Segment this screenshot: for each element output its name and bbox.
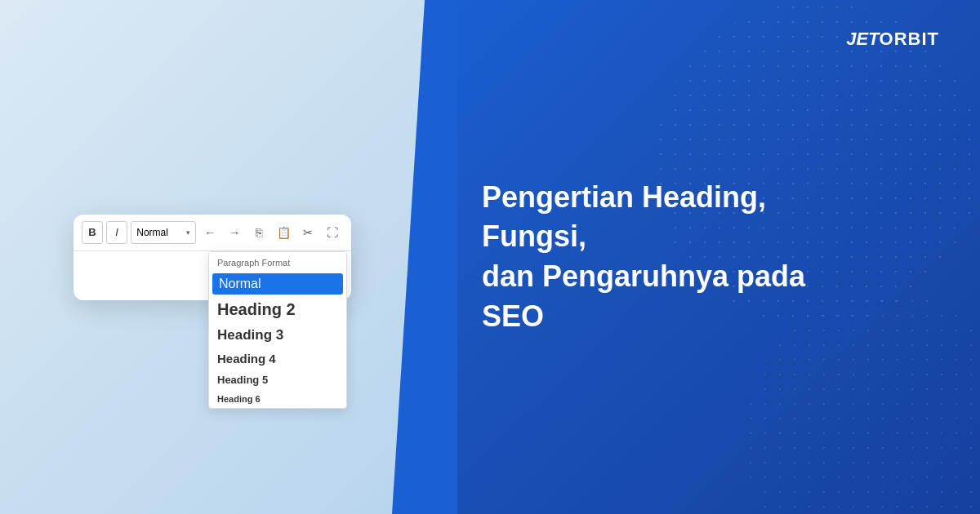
brand-logo: JETORBIT <box>846 29 939 50</box>
brand-name: JETORBIT <box>846 29 939 50</box>
cut-button[interactable]: ✂ <box>297 221 318 244</box>
brand-orbit: ORBIT <box>880 29 939 50</box>
right-heading: Pengertian Heading, Fungsi, dan Pengaruh… <box>482 178 874 336</box>
heading-line1: Pengertian Heading, Fungsi, <box>482 180 766 254</box>
format-select-value: Normal <box>136 227 168 238</box>
brand-jet: JET <box>846 29 879 50</box>
dropdown-label: Paragraph Format <box>209 252 346 272</box>
heading-line2: dan Pengaruhnya pada SEO <box>482 259 805 333</box>
paragraph-format-dropdown: Paragraph Format Normal Heading 2 Headin… <box>208 251 347 409</box>
dropdown-item-h4[interactable]: Heading 4 <box>209 348 346 370</box>
format-select[interactable]: Normal ▾ <box>131 221 196 244</box>
undo-button[interactable]: ← <box>199 221 220 244</box>
editor-toolbar: B I Normal ▾ ← → ⎘ 📋 ✂ ⛶ <box>74 215 351 251</box>
chevron-down-icon: ▾ <box>186 228 190 237</box>
dropdown-item-h2[interactable]: Heading 2 <box>209 296 346 323</box>
expand-button[interactable]: ⛶ <box>322 221 343 244</box>
dropdown-item-h6[interactable]: Heading 6 <box>209 390 346 408</box>
right-panel: JETORBIT Pengertian Heading, Fungsi, dan… <box>425 0 980 514</box>
dropdown-item-h5[interactable]: Heading 5 <box>209 370 346 390</box>
svg-marker-0 <box>392 0 457 514</box>
dropdown-item-h3[interactable]: Heading 3 <box>209 323 346 348</box>
divider-shape <box>392 0 457 514</box>
copy-button[interactable]: ⎘ <box>248 221 270 244</box>
paste-button[interactable]: 📋 <box>273 221 294 244</box>
italic-button[interactable]: I <box>106 221 127 244</box>
redo-button[interactable]: → <box>224 221 245 244</box>
left-panel: B I Normal ▾ ← → ⎘ 📋 ✂ ⛶ Paragraph Forma… <box>0 0 425 514</box>
editor-widget: B I Normal ▾ ← → ⎘ 📋 ✂ ⛶ Paragraph Forma… <box>74 215 351 300</box>
bold-button[interactable]: B <box>82 221 103 244</box>
dropdown-item-normal[interactable]: Normal <box>212 273 343 295</box>
